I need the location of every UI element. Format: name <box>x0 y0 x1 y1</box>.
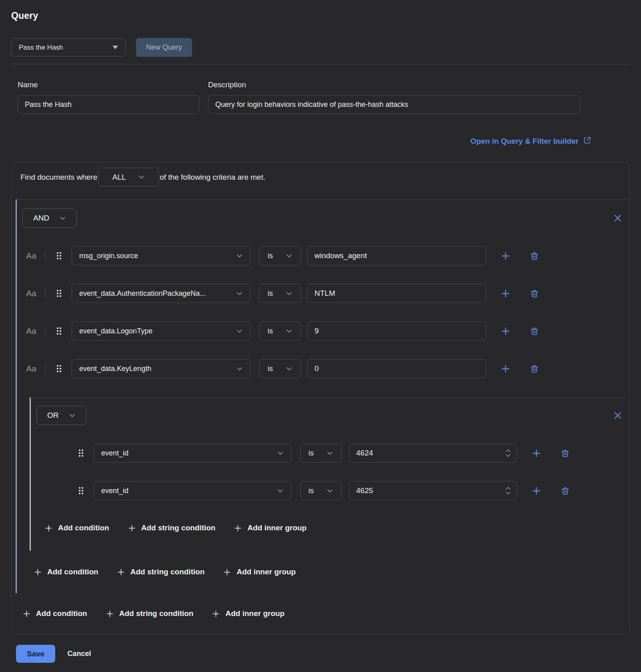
string-type-icon: Aa <box>22 251 40 261</box>
trash-icon <box>530 251 539 261</box>
chevron-down-icon <box>236 290 243 297</box>
saved-query-dropdown[interactable]: Pass the Hash <box>11 38 126 56</box>
inner-group-add-row: Add condition Add string condition Add i… <box>36 524 626 532</box>
panel-add-row: Add condition Add string condition Add i… <box>12 609 629 618</box>
operator-dropdown-value: is <box>268 252 273 260</box>
field-dropdown-value: event_id <box>101 449 128 457</box>
operator-dropdown-value: is <box>268 289 273 298</box>
operator-dropdown[interactable]: is <box>300 481 342 500</box>
drag-handle[interactable] <box>56 364 62 373</box>
number-stepper[interactable] <box>505 487 511 495</box>
chevron-down-icon <box>286 253 292 259</box>
operator-dropdown-value: is <box>268 327 273 335</box>
inner-group-operator-value: OR <box>47 411 59 420</box>
query-toolbar: Pass the Hash New Query <box>11 38 630 57</box>
drag-handle[interactable] <box>78 486 84 495</box>
string-type-icon: Aa <box>22 326 40 336</box>
drag-handle[interactable] <box>78 449 84 457</box>
value-input[interactable] <box>307 246 486 265</box>
add-inner-group-link[interactable]: Add inner group <box>212 609 284 618</box>
value-input[interactable] <box>307 321 486 341</box>
condition-group-inner: OR event_id is <box>30 397 626 551</box>
operator-dropdown[interactable]: is <box>300 443 342 463</box>
operator-dropdown-value: is <box>308 487 314 495</box>
drag-handle[interactable] <box>56 327 62 335</box>
outer-group-operator-dropdown[interactable]: AND <box>22 209 77 228</box>
delete-condition-button[interactable] <box>561 486 570 495</box>
chevron-down-icon <box>138 174 145 181</box>
add-string-condition-link[interactable]: Add string condition <box>128 524 216 532</box>
builder-link-row: Open in Query & Filter builder <box>11 136 630 146</box>
field-dropdown[interactable]: msg_origin.source <box>72 246 250 265</box>
outer-group-add-row: Add condition Add string condition Add i… <box>22 568 626 576</box>
save-button[interactable]: Save <box>16 645 55 663</box>
chevron-down-icon <box>505 454 511 457</box>
match-mode-dropdown[interactable]: ALL <box>98 168 159 187</box>
trash-icon <box>530 327 539 336</box>
close-icon <box>613 411 622 420</box>
add-condition-label: Add condition <box>58 524 109 532</box>
name-label: Name <box>18 80 199 89</box>
name-input[interactable] <box>18 95 199 114</box>
description-input[interactable] <box>208 95 580 114</box>
add-condition-after-button[interactable] <box>501 251 511 261</box>
delete-condition-button[interactable] <box>530 289 539 298</box>
delete-condition-button[interactable] <box>530 364 539 373</box>
delete-condition-button[interactable] <box>530 327 539 336</box>
field-dropdown-value: event_data.KeyLength <box>79 365 151 373</box>
delete-condition-button[interactable] <box>561 449 570 458</box>
saved-query-dropdown-value: Pass the Hash <box>19 44 63 52</box>
operator-dropdown-value: is <box>308 449 314 457</box>
inner-group-operator-dropdown[interactable]: OR <box>36 406 86 425</box>
operator-dropdown-value: is <box>268 365 273 373</box>
add-string-condition-link[interactable]: Add string condition <box>106 609 194 618</box>
name-field-group: Name <box>18 80 199 114</box>
number-stepper[interactable] <box>505 449 511 457</box>
number-value-input[interactable] <box>349 443 517 463</box>
add-condition-after-button[interactable] <box>501 364 511 374</box>
add-condition-link[interactable]: Add condition <box>22 609 87 618</box>
add-inner-group-link[interactable]: Add inner group <box>234 524 306 532</box>
plus-icon <box>501 251 511 261</box>
row-separator <box>45 327 46 335</box>
trash-icon <box>561 449 570 458</box>
chevron-down-icon <box>236 253 243 259</box>
field-dropdown[interactable]: event_id <box>94 481 291 500</box>
condition-group-outer: AND Aa msg_origin.source <box>16 199 629 593</box>
field-dropdown[interactable]: event_id <box>94 443 291 463</box>
add-condition-after-button[interactable] <box>531 486 541 496</box>
field-dropdown[interactable]: event_data.LogonType <box>72 321 250 341</box>
add-condition-after-button[interactable] <box>501 289 511 299</box>
operator-dropdown[interactable]: is <box>259 284 301 303</box>
add-string-condition-link[interactable]: Add string condition <box>117 568 205 576</box>
condition-row: Aa event_data.KeyLength is <box>22 359 626 378</box>
add-condition-after-button[interactable] <box>501 326 511 336</box>
chevron-up-icon <box>505 487 511 490</box>
new-query-button[interactable]: New Query <box>136 38 192 57</box>
add-condition-link[interactable]: Add condition <box>34 568 98 576</box>
number-value-input[interactable] <box>349 481 517 500</box>
page-title: Query <box>11 10 630 21</box>
add-inner-group-link[interactable]: Add inner group <box>223 568 296 576</box>
remove-outer-group-button[interactable] <box>613 214 622 223</box>
field-dropdown[interactable]: event_data.KeyLength <box>72 359 250 378</box>
drag-handle[interactable] <box>56 251 62 260</box>
delete-condition-button[interactable] <box>530 251 539 261</box>
cancel-button[interactable]: Cancel <box>67 650 91 658</box>
open-in-query-filter-builder-link[interactable]: Open in Query & Filter builder <box>471 136 591 146</box>
value-input[interactable] <box>307 359 486 378</box>
value-field-wrap <box>307 284 486 303</box>
operator-dropdown[interactable]: is <box>259 359 301 378</box>
drag-handle[interactable] <box>56 289 62 298</box>
condition-row: event_id is <box>36 481 626 500</box>
operator-dropdown[interactable]: is <box>259 321 301 341</box>
plus-icon <box>223 568 231 576</box>
add-condition-after-button[interactable] <box>531 448 541 458</box>
operator-dropdown[interactable]: is <box>259 246 301 265</box>
value-input[interactable] <box>307 284 486 303</box>
row-separator <box>45 364 46 373</box>
add-condition-link[interactable]: Add condition <box>44 524 109 532</box>
remove-inner-group-button[interactable] <box>613 411 622 420</box>
field-dropdown[interactable]: event_data.AuthenticationPackageNa... <box>72 284 250 303</box>
trash-icon <box>530 364 539 373</box>
